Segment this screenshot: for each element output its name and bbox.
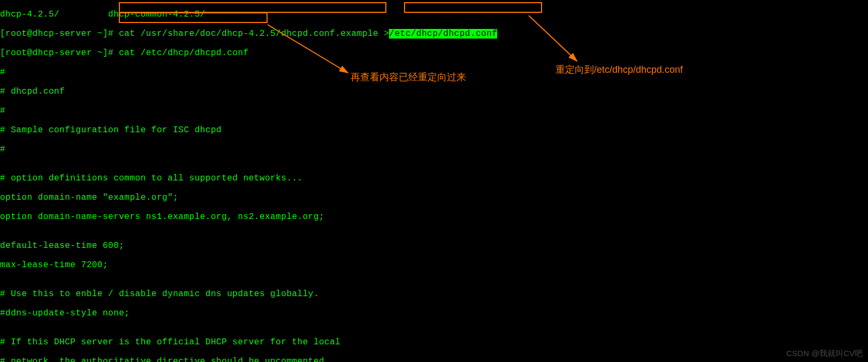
output-line: # dhcpd.conf — [0, 87, 868, 96]
redirect-op: > — [384, 29, 389, 39]
output-line: dhcp-4.2.5/ — [0, 10, 59, 19]
output-line: # If this DHCP server is the official DH… — [0, 337, 868, 347]
output-line: # option definitions common to all suppo… — [0, 174, 868, 183]
command-text: cat /usr/share/doc/dhcp-4.2.5/dhcpd.conf… — [113, 29, 384, 39]
output-line: # Sample configuration file for ISC dhcp… — [0, 125, 868, 135]
output-line: option domain-name "example.org"; — [0, 193, 868, 202]
annotation-label: 重定向到/etc/dhcp/dhcpd.conf — [555, 63, 683, 76]
output-line: max-lease-time 7200; — [0, 260, 868, 270]
output-line: #ddns-update-style none; — [0, 308, 868, 318]
output-line: dhcp-common-4.2.5/ — [59, 10, 205, 19]
output-line: # Use this to enble / disable dynamic dn… — [0, 289, 868, 299]
shell-prompt: [root@dhcp-server ~]# — [0, 48, 113, 58]
output-line: # — [0, 106, 868, 116]
output-line: default-lease-time 600; — [0, 241, 868, 251]
output-line: # network, the authoritative directive s… — [0, 357, 868, 362]
command-text: cat /etc/dhcp/dhcpd.conf — [113, 48, 249, 58]
watermark: CSDN @我就叫CV吧 — [786, 349, 863, 359]
output-line: # — [0, 145, 868, 154]
terminal-output[interactable]: dhcp-4.2.5/ dhcp-common-4.2.5/ [root@dhc… — [0, 0, 868, 362]
annotation-label: 再查看内容已经重定向过来 — [351, 71, 466, 84]
shell-prompt: [root@dhcp-server ~]# — [0, 29, 113, 39]
redirect-target: /etc/dhcp/dhcpd.conf — [389, 29, 497, 39]
output-line: option domain-name-servers ns1.example.o… — [0, 212, 868, 222]
